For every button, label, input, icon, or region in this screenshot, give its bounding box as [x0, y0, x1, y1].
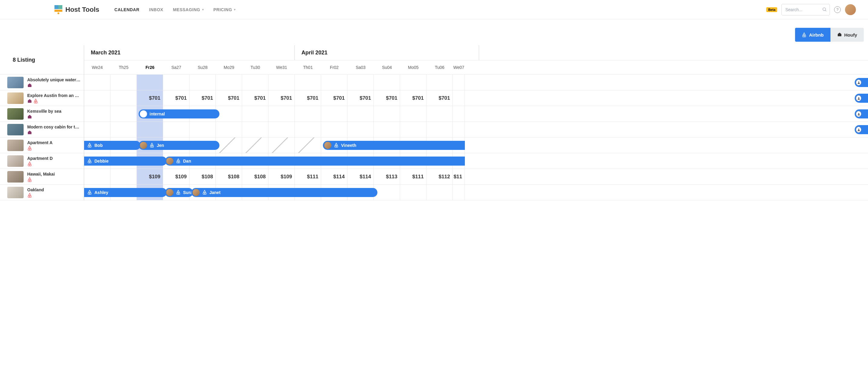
toggle-houfy[interactable]: Houfy — [831, 28, 864, 42]
listing-row[interactable]: Modern cosy cabin for two p… — [0, 122, 84, 138]
calendar-cell[interactable] — [400, 185, 427, 200]
calendar-cell[interactable] — [453, 75, 465, 90]
row-booking-pills[interactable] — [855, 78, 868, 87]
listing-row[interactable]: Oakland — [0, 185, 84, 200]
calendar-cell[interactable] — [374, 122, 400, 137]
calendar-cell[interactable]: $109 — [163, 169, 189, 184]
calendar-cell[interactable] — [374, 106, 400, 121]
calendar-cell[interactable] — [427, 185, 453, 200]
toggle-airbnb[interactable]: Airbnb — [795, 28, 830, 42]
booking-bar[interactable]: Ashley — [84, 188, 167, 197]
calendar-cell[interactable] — [269, 75, 295, 90]
calendar-cell[interactable] — [269, 138, 295, 153]
calendar-cell[interactable]: $114 — [321, 169, 347, 184]
calendar-cell[interactable]: $701 — [242, 90, 269, 106]
calendar-cell[interactable] — [242, 106, 269, 121]
listing-row[interactable]: Absolutely unique waterfr… — [0, 75, 84, 90]
row-booking-pills[interactable] — [855, 125, 868, 134]
calendar-cell[interactable] — [242, 138, 269, 153]
calendar-cell[interactable] — [374, 185, 400, 200]
calendar-cell[interactable] — [111, 75, 137, 90]
calendar-cell[interactable] — [216, 75, 242, 90]
calendar-cell[interactable]: $109 — [137, 169, 163, 184]
calendar-cell[interactable] — [137, 122, 163, 137]
logo[interactable]: Host Tools — [55, 5, 99, 14]
nav-inbox[interactable]: INBOX — [149, 7, 163, 12]
calendar-cell[interactable] — [84, 122, 111, 137]
calendar-cell[interactable] — [111, 122, 137, 137]
calendar-cell[interactable] — [453, 185, 465, 200]
calendar-cell[interactable] — [321, 122, 347, 137]
calendar-cell[interactable] — [163, 75, 189, 90]
calendar-cell[interactable]: $113 — [374, 169, 400, 184]
booking-bar[interactable]: internal — [138, 109, 219, 118]
calendar-cell[interactable] — [111, 169, 137, 184]
nav-pricing[interactable]: PRICING ▾ — [213, 7, 236, 12]
booking-bar[interactable]: Dan — [165, 156, 465, 166]
calendar-cell[interactable] — [295, 138, 321, 153]
listing-row[interactable]: Explore Austin from an Airy, Moder… — [0, 90, 84, 106]
calendar-cell[interactable]: $108 — [216, 169, 242, 184]
calendar-cell[interactable] — [242, 122, 269, 137]
calendar-cell[interactable]: $111 — [295, 169, 321, 184]
listing-row[interactable]: Apartment D — [0, 153, 84, 169]
calendar-cell[interactable]: $112 — [427, 169, 453, 184]
booking-bar[interactable]: Jen — [138, 141, 219, 150]
calendar-cell[interactable] — [216, 138, 242, 153]
calendar-cell[interactable] — [400, 106, 427, 121]
row-booking-pills[interactable] — [855, 94, 868, 103]
booking-bar[interactable]: Sura — [165, 188, 193, 197]
nav-calendar[interactable]: CALENDAR — [115, 7, 140, 12]
calendar-cell[interactable] — [111, 90, 137, 106]
calendar-cell[interactable] — [216, 106, 242, 121]
calendar-cell[interactable] — [216, 122, 242, 137]
calendar-cell[interactable] — [347, 106, 374, 121]
calendar-cell[interactable] — [295, 75, 321, 90]
booking-bar[interactable]: Janet — [191, 188, 377, 197]
row-booking-pills[interactable] — [855, 109, 868, 118]
listing-row[interactable]: Hawaii, Makai — [0, 169, 84, 185]
calendar-cell[interactable]: $11 — [453, 169, 465, 184]
calendar-cell[interactable] — [374, 75, 400, 90]
help-icon[interactable]: ? — [834, 6, 841, 13]
calendar-cell[interactable]: $701 — [269, 90, 295, 106]
calendar-cell[interactable]: $701 — [137, 90, 163, 106]
calendar-cell[interactable] — [269, 122, 295, 137]
booking-bar[interactable]: Debbie — [84, 156, 167, 166]
calendar-cell[interactable]: $701 — [216, 90, 242, 106]
calendar-cell[interactable] — [295, 122, 321, 137]
calendar-cell[interactable] — [189, 122, 216, 137]
calendar-cell[interactable] — [111, 106, 137, 121]
calendar-cell[interactable] — [427, 122, 453, 137]
calendar-cell[interactable]: $701 — [427, 90, 453, 106]
calendar-cell[interactable] — [269, 106, 295, 121]
calendar-cell[interactable]: $701 — [374, 90, 400, 106]
calendar-cell[interactable] — [84, 75, 111, 90]
calendar-cell[interactable]: $114 — [347, 169, 374, 184]
calendar-cell[interactable] — [137, 75, 163, 90]
calendar-cell[interactable] — [400, 75, 427, 90]
booking-bar[interactable]: Vineeth — [323, 141, 465, 150]
calendar-cell[interactable] — [347, 122, 374, 137]
calendar-cell[interactable] — [427, 75, 453, 90]
user-avatar[interactable] — [845, 4, 856, 15]
calendar-cell[interactable]: $108 — [242, 169, 269, 184]
calendar-cell[interactable] — [453, 106, 465, 121]
booking-bar[interactable]: Bob — [84, 141, 141, 150]
calendar-cell[interactable] — [84, 169, 111, 184]
calendar-cell[interactable]: $701 — [400, 90, 427, 106]
calendar-cell[interactable]: $111 — [400, 169, 427, 184]
calendar-cell[interactable]: $701 — [295, 90, 321, 106]
calendar-cell[interactable] — [189, 75, 216, 90]
calendar-cell[interactable] — [453, 90, 465, 106]
calendar-cell[interactable]: $109 — [269, 169, 295, 184]
calendar-cell[interactable] — [321, 75, 347, 90]
calendar-cell[interactable]: $701 — [189, 90, 216, 106]
calendar-cell[interactable]: $108 — [189, 169, 216, 184]
listing-row[interactable]: Apartment A — [0, 138, 84, 153]
calendar-cell[interactable]: $701 — [347, 90, 374, 106]
calendar-cell[interactable] — [163, 122, 189, 137]
calendar-cell[interactable] — [321, 106, 347, 121]
calendar-cell[interactable] — [242, 75, 269, 90]
calendar-cell[interactable] — [295, 106, 321, 121]
